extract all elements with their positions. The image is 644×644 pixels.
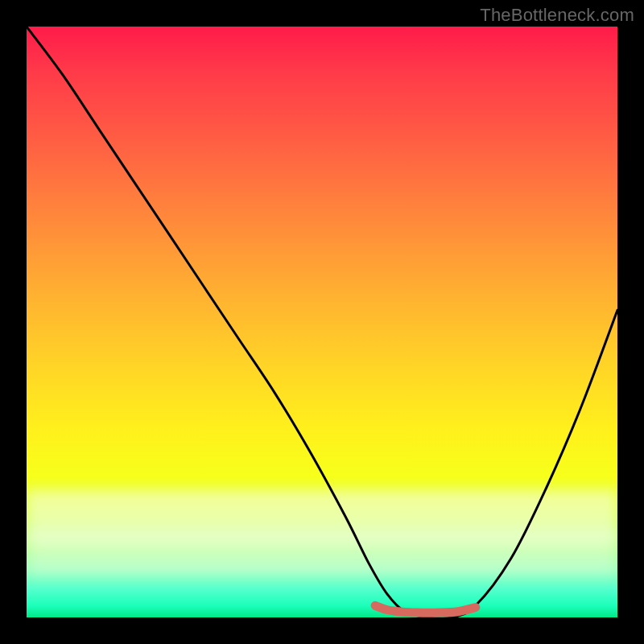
curve-layer (27, 27, 617, 617)
bottleneck-curve (27, 27, 617, 617)
plot-area (27, 27, 617, 617)
chart-frame: TheBottleneck.com (0, 0, 644, 644)
watermark-text: TheBottleneck.com (480, 5, 634, 26)
sweet-spot-marker (375, 605, 476, 613)
